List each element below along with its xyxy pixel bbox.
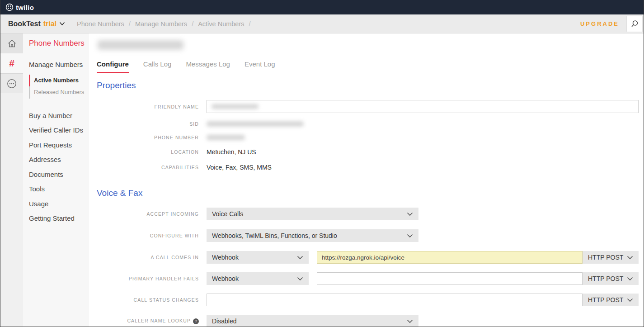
chevron-down-icon (627, 277, 633, 281)
sidebar-subnav: Active Numbers Released Numbers (29, 75, 85, 99)
chevron-down-icon (407, 212, 413, 216)
more-products-nav-item[interactable] (0, 73, 23, 93)
location-value: Metuchen, NJ US (207, 148, 256, 156)
tab-configure[interactable]: Configure (97, 60, 129, 73)
phone-number-row: PHONE NUMBER (97, 135, 639, 140)
sidebar-item-active-numbers[interactable]: Active Numbers (29, 75, 85, 86)
body-layout: # Phone Numbers Manage Numbers Active Nu… (0, 33, 644, 327)
search-icon (631, 20, 639, 28)
sidebar-item-usage[interactable]: Usage (29, 197, 85, 212)
chevron-down-icon (297, 256, 303, 260)
breadcrumb-active-numbers[interactable]: Active Numbers (198, 20, 244, 28)
hash-icon: # (9, 58, 14, 69)
caller-name-lookup-label: CALLER NAME LOOKUP? (97, 318, 199, 324)
configure-with-value: Webhooks, TwiML Bins, Functions, or Stud… (212, 232, 407, 239)
home-nav-item[interactable] (0, 33, 23, 53)
call-comes-in-handler-select[interactable]: Webhook (207, 251, 309, 264)
caller-name-lookup-value: Disabled (212, 318, 407, 325)
primary-handler-fails-handler-value: Webhook (212, 275, 297, 282)
breadcrumb-phone-numbers[interactable]: Phone Numbers (77, 20, 124, 28)
sidebar-item-documents[interactable]: Documents (29, 167, 85, 182)
icon-rail: # (0, 33, 23, 327)
friendly-name-input[interactable] (207, 100, 639, 113)
breadcrumb-manage-numbers[interactable]: Manage Numbers (135, 20, 187, 28)
primary-handler-fails-handler-select[interactable]: Webhook (207, 272, 309, 285)
sidebar-title-phone-numbers[interactable]: Phone Numbers (29, 39, 85, 48)
call-comes-in-url-input[interactable] (317, 251, 583, 264)
configure-with-select[interactable]: Webhooks, TwiML Bins, Functions, or Stud… (207, 229, 418, 242)
ellipsis-circle-icon (6, 78, 17, 89)
home-icon (7, 39, 17, 48)
tab-messages-log[interactable]: Messages Log (186, 60, 230, 73)
top-navigation-bar: twilio (0, 0, 644, 14)
breadcrumb-bar: BookTest trial Phone Numbers / Manage Nu… (0, 14, 644, 33)
twilio-console-page: twilio BookTest trial Phone Numbers / Ma… (0, 0, 644, 327)
account-plan-badge: trial (43, 20, 56, 28)
primary-handler-fails-method-value: HTTP POST (588, 275, 627, 282)
section-title-voice-fax: Voice & Fax (97, 188, 639, 198)
accept-incoming-value: Voice Calls (212, 210, 407, 218)
accept-incoming-row: ACCEPT INCOMING Voice Calls (97, 208, 639, 220)
primary-handler-fails-label: PRIMARY HANDLER FAILS (97, 276, 199, 281)
primary-handler-fails-row: PRIMARY HANDLER FAILS Webhook HTTP POST (97, 272, 639, 285)
chevron-down-icon (407, 319, 413, 323)
capabilities-row: CAPABILITIES Voice, Fax, SMS, MMS (97, 164, 639, 171)
call-comes-in-method-select[interactable]: HTTP POST (583, 251, 639, 264)
call-comes-in-handler-value: Webhook (212, 254, 297, 261)
sid-row: SID (97, 121, 639, 127)
caller-name-lookup-select[interactable]: Disabled (207, 315, 418, 327)
sidebar-item-verified-caller-ids[interactable]: Verified Caller IDs (29, 123, 85, 138)
caller-name-lookup-label-text: CALLER NAME LOOKUP (127, 318, 191, 323)
help-icon[interactable]: ? (193, 318, 199, 324)
chevron-down-icon (297, 277, 303, 281)
call-status-changes-url-input[interactable] (207, 294, 583, 306)
primary-handler-fails-url-input[interactable] (317, 272, 583, 285)
sidebar-item-getting-started[interactable]: Getting Started (29, 211, 85, 226)
sidebar-item-addresses[interactable]: Addresses (29, 152, 85, 167)
breadcrumb-separator: / (249, 20, 251, 28)
breadcrumb-separator: / (192, 20, 193, 28)
call-status-changes-row: CALL STATUS CHANGES HTTP POST (97, 294, 639, 306)
sidebar-item-port-requests[interactable]: Port Requests (29, 138, 85, 153)
section-title-properties: Properties (97, 81, 639, 90)
twilio-wordmark: twilio (16, 4, 34, 11)
configure-with-label: CONFIGURE WITH (97, 233, 199, 238)
sidebar-item-released-numbers[interactable]: Released Numbers (30, 86, 85, 98)
sidebar-item-tools[interactable]: Tools (29, 182, 85, 197)
call-status-changes-method-select[interactable]: HTTP POST (583, 294, 639, 306)
chevron-down-icon (59, 22, 65, 26)
account-switcher[interactable]: BookTest trial (8, 20, 65, 28)
search-button[interactable] (626, 16, 643, 32)
account-name: BookTest (8, 20, 41, 28)
page-title-redacted-phone-number (98, 40, 183, 50)
call-comes-in-method-value: HTTP POST (588, 254, 627, 261)
twilio-logo[interactable]: twilio (5, 3, 34, 11)
upgrade-button[interactable]: UPGRADE (580, 20, 619, 27)
sidebar-group-manage-numbers[interactable]: Manage Numbers (29, 61, 85, 68)
phone-number-label: PHONE NUMBER (97, 135, 199, 140)
chevron-down-icon (407, 234, 413, 238)
caller-name-lookup-row: CALLER NAME LOOKUP? Disabled (97, 315, 639, 327)
primary-handler-fails-method-select[interactable]: HTTP POST (583, 272, 639, 285)
phone-numbers-nav-item[interactable]: # (0, 53, 23, 73)
capabilities-value: Voice, Fax, SMS, MMS (207, 164, 272, 171)
call-status-changes-method-value: HTTP POST (588, 296, 627, 303)
friendly-name-redacted-value (212, 104, 259, 109)
friendly-name-row: FRIENDLY NAME (97, 100, 639, 113)
location-row: LOCATION Metuchen, NJ US (97, 148, 639, 156)
twilio-logo-icon (5, 3, 14, 11)
breadcrumb-separator: / (129, 20, 131, 28)
sidebar-links: Buy a Number Verified Caller IDs Port Re… (29, 109, 85, 226)
configure-with-row: CONFIGURE WITH Webhooks, TwiML Bins, Fun… (97, 229, 639, 242)
main-content: Configure Calls Log Messages Log Event L… (89, 33, 644, 327)
capabilities-label: CAPABILITIES (97, 165, 199, 170)
accept-incoming-select[interactable]: Voice Calls (207, 208, 418, 220)
location-label: LOCATION (97, 149, 199, 155)
call-comes-in-label: A CALL COMES IN (97, 255, 199, 260)
tab-event-log[interactable]: Event Log (244, 60, 275, 73)
sidebar-item-buy-a-number[interactable]: Buy a Number (29, 109, 85, 123)
call-comes-in-row: A CALL COMES IN Webhook HTTP POST (97, 251, 639, 264)
friendly-name-label: FRIENDLY NAME (97, 104, 199, 109)
phone-number-redacted-value (207, 135, 245, 140)
tab-calls-log[interactable]: Calls Log (143, 60, 172, 73)
